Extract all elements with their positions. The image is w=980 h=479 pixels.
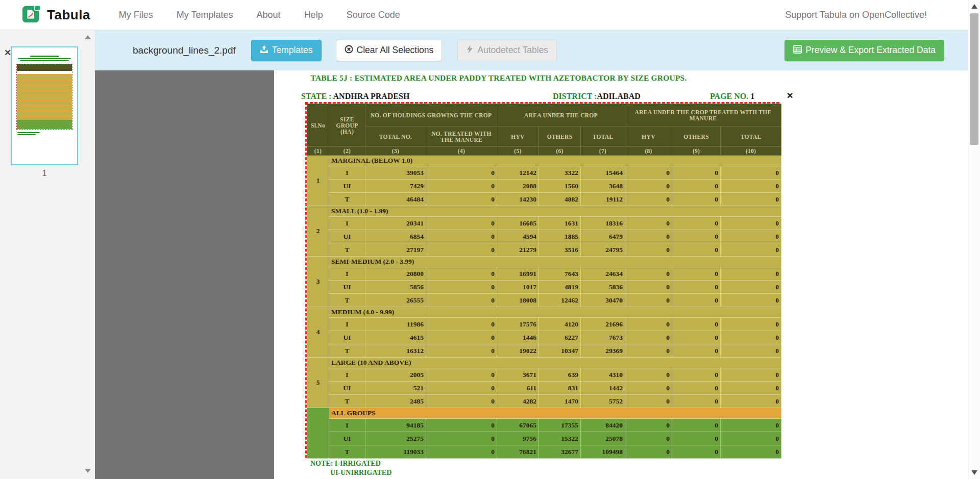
thumb-title-line	[20, 60, 69, 61]
value-cell: 15322	[539, 432, 581, 445]
group-band-row: 5LARGE (10 AND ABOVE)	[307, 358, 781, 368]
value-cell: 2088	[497, 180, 539, 193]
district-line: DISTRICT :ADILABAD	[553, 92, 641, 101]
value-cell: 0	[625, 243, 672, 257]
nav-link-about[interactable]: About	[257, 10, 281, 20]
value-cell: 0	[625, 368, 672, 382]
state-value: ANDHRA PRADESH	[333, 92, 410, 100]
selection-close-icon[interactable]: ✕	[787, 92, 793, 100]
value-cell: 30470	[581, 294, 625, 307]
row-type-cell: T	[329, 294, 365, 307]
scrollbar-down-arrow[interactable]	[971, 470, 977, 475]
toolbar: background_lines_2.pdf Templates Clear A…	[95, 30, 980, 70]
pdf-data-table: Sl.No SIZE GROUP (HA) NO. OF HOLDINGS GR…	[307, 104, 781, 459]
value-cell: 0	[672, 395, 721, 408]
value-cell: 0	[426, 217, 497, 230]
scrollbar-thumb[interactable]	[970, 13, 978, 145]
value-cell: 0	[721, 445, 781, 459]
value-cell: 24634	[581, 267, 625, 281]
value-cell: 0	[672, 166, 721, 180]
value-cell: 0	[625, 395, 672, 408]
table-row: UI52106118311442000	[307, 382, 781, 395]
preview-export-button[interactable]: Preview & Export Extracted Data	[785, 40, 944, 61]
page-thumbnail-sidebar: ✕ 1	[0, 30, 95, 479]
page-thumbnail[interactable]	[11, 46, 78, 165]
row-type-cell: I	[329, 368, 365, 382]
value-cell: 1442	[581, 382, 625, 395]
value-cell: 4282	[497, 395, 539, 408]
value-cell: 1631	[539, 217, 581, 230]
value-cell: 0	[672, 382, 721, 395]
filename-label: background_lines_2.pdf	[133, 45, 236, 56]
value-cell: 17576	[497, 318, 539, 331]
value-cell: 0	[426, 318, 497, 331]
col-header-hyv: HYV	[497, 127, 539, 147]
page-no-value: 1	[750, 92, 754, 100]
value-cell: 5856	[365, 281, 426, 294]
value-cell: 0	[672, 230, 721, 243]
value-cell: 119033	[365, 445, 426, 459]
thumb-note-lines	[16, 132, 72, 135]
value-cell: 0	[426, 166, 497, 180]
table-selection-box[interactable]: Sl.No SIZE GROUP (HA) NO. OF HOLDINGS GR…	[305, 102, 779, 458]
group-band-row: 3SEMI-MEDIUM (2.0 - 3.99)	[307, 257, 781, 267]
tabula-logo-icon	[22, 4, 42, 26]
sidebar-scroll-down-arrow[interactable]	[85, 469, 91, 473]
table-row: T265550180081246230470000	[307, 294, 781, 307]
value-cell: 0	[672, 243, 721, 257]
support-link[interactable]: Support Tabula on OpenCollective!	[785, 10, 927, 20]
table-row: T46484014230488219112000	[307, 193, 781, 206]
slno-cell: 4	[307, 307, 329, 358]
value-cell: 0	[672, 193, 721, 206]
value-cell: 76821	[497, 445, 539, 459]
row-type-cell: I	[329, 267, 365, 281]
value-cell: 21696	[581, 318, 625, 331]
value-cell: 0	[672, 331, 721, 344]
value-cell: 0	[625, 432, 672, 445]
table-row: T24850428214705752000	[307, 395, 781, 408]
col-header-total: TOTAL	[721, 127, 781, 147]
value-cell: 46484	[365, 193, 426, 206]
row-type-cell: UI	[329, 331, 365, 344]
value-cell: 67065	[497, 419, 539, 432]
nav-link-source-code[interactable]: Source Code	[347, 10, 400, 20]
table-row: I941850670651735584420000	[307, 419, 781, 432]
autodetect-tables-button[interactable]: Autodetect Tables	[457, 40, 557, 61]
clear-all-selections-button[interactable]: Clear All Selections	[336, 40, 443, 61]
thumbnail-page-number: 1	[11, 169, 78, 178]
value-cell: 0	[721, 382, 781, 395]
group-band-row: 4MEDIUM (4.0 - 9.99)	[307, 307, 781, 318]
thumb-title-line	[18, 58, 71, 59]
row-type-cell: I	[329, 318, 365, 331]
value-cell: 831	[539, 382, 581, 395]
value-cell: 0	[625, 318, 672, 331]
brand[interactable]: Tabula	[22, 4, 90, 26]
value-cell: 9756	[497, 432, 539, 445]
col-header-others: OTHERS	[539, 127, 581, 147]
row-type-cell: T	[329, 243, 365, 257]
thumb-table	[16, 64, 72, 130]
templates-button[interactable]: Templates	[251, 40, 322, 61]
value-cell: 0	[625, 230, 672, 243]
slno-cell: 3	[307, 257, 329, 307]
row-type-cell: UI	[329, 180, 365, 193]
value-cell: 0	[625, 281, 672, 294]
nav-link-my-templates[interactable]: My Templates	[177, 10, 233, 20]
scrollbar-up-arrow[interactable]	[971, 4, 977, 9]
pdf-page[interactable]: TABLE 5J : ESTIMATED AREA UNDER PADDY TR…	[274, 70, 980, 479]
value-cell: 15464	[581, 166, 625, 180]
value-cell: 4310	[581, 368, 625, 382]
table-header: Sl.No SIZE GROUP (HA) NO. OF HOLDINGS GR…	[307, 104, 781, 156]
table-row: UI25275097561532225078000	[307, 432, 781, 445]
nav-link-my-files[interactable]: My Files	[119, 10, 153, 20]
group-label-cell: MEDIUM (4.0 - 9.99)	[329, 307, 781, 318]
window-scrollbar[interactable]	[968, 0, 980, 479]
value-cell: 0	[672, 445, 721, 459]
nav-link-help[interactable]: Help	[304, 10, 323, 20]
value-cell: 0	[426, 432, 497, 445]
value-cell: 0	[426, 180, 497, 193]
sidebar-scroll-up-arrow[interactable]	[85, 35, 91, 39]
value-cell: 0	[721, 344, 781, 358]
value-cell: 5752	[581, 395, 625, 408]
value-cell: 639	[539, 368, 581, 382]
